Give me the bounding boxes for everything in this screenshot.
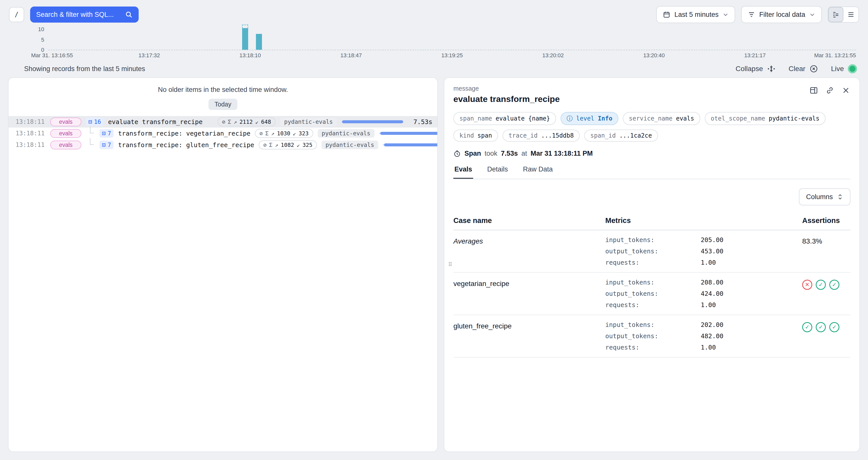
span-collapse-toggle[interactable]: ⊟16 (86, 118, 103, 126)
slash-shortcut-key[interactable]: / (9, 7, 24, 22)
chip-key: kind (459, 132, 474, 139)
detail-tabs: Evals Details Raw Data (453, 165, 850, 179)
attribute-chips: span_nameevaluate {name} ⓘlevelInfo serv… (453, 112, 850, 142)
duration-bar (379, 131, 438, 135)
time-range-dropdown[interactable]: Last 5 minutes (656, 6, 735, 23)
evals-table: Case name Metrics Assertions Averages in… (453, 211, 850, 358)
service-badge: evals (50, 118, 82, 126)
service-badge: evals (50, 129, 82, 138)
records-timeline-chart[interactable]: 10 5 0 Mar 31. 13:16:55 13:17:32 13:18:1… (9, 28, 859, 61)
chip-value: ...15ddb8 (541, 132, 574, 139)
token-metrics-chip: ⊘ Σ ↗2112 ↙648 (217, 117, 276, 126)
child-count: 7 (107, 142, 111, 148)
metric-value: 202.00 (701, 321, 802, 328)
output-arrow-icon: ↙ (297, 142, 300, 148)
showing-records-text: Showing records from the last 5 minutes (24, 65, 145, 73)
attribute-chip-service-name[interactable]: service_nameevals (623, 112, 700, 125)
attribute-chip-level[interactable]: ⓘlevelInfo (561, 112, 618, 125)
timeline-bar[interactable] (242, 28, 248, 50)
chip-value: span (477, 132, 492, 139)
collapse-box-icon: ⊡ (102, 141, 105, 149)
input-arrow-icon: ↗ (234, 119, 237, 125)
close-panel-button[interactable] (841, 86, 850, 95)
collapse-minus-icon: ⊟ (88, 118, 92, 125)
span-word: Span (464, 150, 481, 158)
timeline-bar[interactable] (256, 34, 262, 50)
attribute-chip-trace-id[interactable]: trace_id...15ddb8 (502, 130, 580, 142)
tab-details[interactable]: Details (486, 165, 509, 179)
otel-scope-pill: pydantic-evals (280, 118, 337, 126)
evals-table-row[interactable]: vegetarian_recipe input_tokens:208.00 ou… (453, 273, 850, 315)
x-axis-tick: Mar 31. 13:16:55 (31, 52, 73, 59)
duration-bar (383, 143, 438, 147)
x-axis-tick: Mar 31. 13:21:55 (814, 52, 856, 59)
tree-view-toggle-button[interactable] (828, 7, 843, 22)
status-row: Showing records from the last 5 minutes … (0, 61, 868, 76)
metric-label: output_tokens: (605, 248, 701, 255)
clear-button[interactable]: Clear (788, 65, 818, 73)
trace-rows: 13:18:11 evals ⊟16 evaluate transform_re… (8, 116, 437, 151)
input-tokens: 1030 (277, 130, 290, 137)
output-arrow-icon: ↙ (255, 119, 258, 125)
search-icon (125, 11, 133, 18)
x-axis-tick: 13:21:17 (744, 52, 766, 59)
took-word: took (485, 150, 497, 158)
otel-scope-pill: pydantic-evals (321, 141, 378, 149)
clear-label: Clear (788, 65, 805, 73)
case-name: gluten_free_recipe (453, 321, 605, 330)
child-count: 16 (94, 119, 101, 125)
span-collapse-toggle[interactable]: ⊡7 (99, 129, 114, 138)
attribute-chip-otel-scope-name[interactable]: otel_scope_namepydantic-evals (705, 112, 826, 125)
copy-link-button[interactable] (825, 86, 834, 95)
span-collapse-toggle[interactable]: ⊡7 (99, 141, 114, 149)
live-button[interactable]: Live (831, 64, 857, 73)
metric-label: input_tokens: (605, 321, 701, 328)
list-view-toggle-button[interactable] (843, 7, 859, 22)
span-duration-summary: Span took 7.53s at Mar 31 13:18:11 PM (453, 150, 850, 158)
metric-value: 482.00 (701, 332, 802, 340)
y-axis-tick: 10 (9, 26, 44, 33)
input-tokens: 1082 (281, 142, 294, 148)
metric-value: 1.00 (701, 259, 802, 266)
trace-row[interactable]: 13:18:11 evals ⊡7 transform_recipe: glut… (8, 139, 437, 151)
trace-row[interactable]: 13:18:11 evals ⊟16 evaluate transform_re… (8, 116, 437, 128)
open-in-table-button[interactable] (809, 86, 818, 95)
evals-table-row[interactable]: Averages input_tokens:205.00 output_toke… (453, 230, 850, 273)
chevron-up-down-icon (837, 194, 843, 200)
metric-value: 453.00 (701, 248, 802, 255)
columns-label: Columns (806, 193, 833, 201)
topbar: / Search & filter with SQL... Last 5 min… (0, 0, 868, 27)
table-view-icon (809, 86, 818, 95)
y-axis-tick: 5 (9, 37, 44, 43)
trace-row[interactable]: 13:18:11 evals ⊡7 transform_recipe: vege… (8, 128, 437, 139)
filter-local-data-dropdown[interactable]: Filter local data (741, 6, 822, 23)
metric-label: input_tokens: (605, 236, 701, 243)
attribute-chip-span-name[interactable]: span_nameevaluate {name} (453, 112, 556, 125)
filter-icon (748, 11, 755, 18)
sigma-icon: Σ (265, 130, 269, 137)
token-metrics-chip: ⊘ Σ ↗1030 ↙323 (255, 129, 313, 138)
evals-table-header: Case name Metrics Assertions (453, 211, 850, 230)
timeline-plot-area[interactable] (48, 28, 856, 50)
evals-table-row[interactable]: gluten_free_recipe input_tokens:202.00 o… (453, 315, 850, 358)
search-button[interactable]: Search & filter with SQL... (30, 6, 138, 23)
collapse-icon (767, 65, 776, 73)
otel-scope-pill: pydantic-evals (318, 129, 374, 138)
panel-resize-handle[interactable]: ⠿ (447, 258, 453, 271)
chip-value: ...1ca2ce (619, 132, 652, 139)
span-detail-panel: message evaluate transform_recipe (444, 77, 860, 452)
trace-time: 13:18:11 (8, 118, 46, 125)
collapse-button[interactable]: Collapse (736, 65, 776, 73)
day-separator-pill[interactable]: Today (209, 99, 237, 110)
metric-label: requests: (605, 259, 701, 266)
duration-bar (341, 120, 404, 124)
span-timestamp: Mar 31 13:18:11 PM (530, 150, 593, 158)
attribute-chip-span-id[interactable]: span_id...1ca2ce (584, 130, 658, 142)
tab-raw-data[interactable]: Raw Data (522, 165, 554, 179)
span-title: evaluate transform_recipe (108, 118, 203, 126)
attribute-chip-kind[interactable]: kindspan (453, 130, 498, 142)
trace-time: 13:18:11 (8, 141, 46, 149)
columns-dropdown-button[interactable]: Columns (799, 188, 850, 205)
assertions-cell: 83.3% (802, 236, 850, 245)
tab-evals[interactable]: Evals (453, 165, 473, 179)
